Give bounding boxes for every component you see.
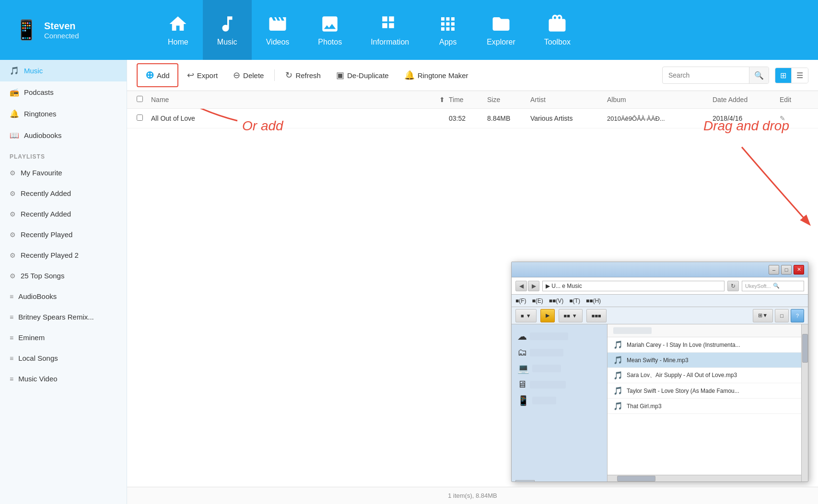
nav-item-home[interactable]: Home xyxy=(153,0,203,60)
export-icon: ↩ xyxy=(187,70,194,80)
videos-icon xyxy=(268,14,288,34)
delete-label: Delete xyxy=(243,71,264,80)
nav-item-music[interactable]: Music xyxy=(203,0,252,60)
fe-play-button[interactable]: ▶ xyxy=(540,309,555,322)
25-top-songs-label: 25 Top Songs xyxy=(21,272,64,280)
fe-menu-h[interactable]: ■■(H) xyxy=(586,298,601,304)
device-info: 📱 Steven Connected xyxy=(0,0,153,60)
sidebar-item-recently-added-2[interactable]: ⚙ Recently Added xyxy=(0,204,127,224)
fe-refresh-button[interactable]: ↻ xyxy=(727,281,739,291)
fe-toolbar-btn-1[interactable]: ■▼ xyxy=(515,309,537,322)
sidebar-item-eminem[interactable]: ≡ Eminem xyxy=(0,327,127,348)
fe-scroll-thumb[interactable] xyxy=(802,334,808,363)
sidebar-item-local-songs[interactable]: ≡ Local Songs xyxy=(0,348,127,368)
fe-help-button[interactable]: ? xyxy=(791,309,804,322)
fe-menu-f[interactable]: ■(F) xyxy=(515,298,526,304)
top-bar: 📱 Steven Connected Home Music Videos Pho… xyxy=(0,0,818,60)
row-check[interactable] xyxy=(137,115,151,122)
music-icon xyxy=(217,14,237,34)
search-button[interactable]: 🔍 xyxy=(749,67,769,83)
status-text: 1 item(s), 8.84MB xyxy=(448,492,497,499)
sidebar-item-podcasts[interactable]: 📻 Podcasts xyxy=(0,81,127,103)
fe-view-btn-1[interactable]: ⊞▼ xyxy=(753,309,773,322)
music-file-icon-1: 🎵 xyxy=(613,340,623,349)
fe-scrollbar[interactable] xyxy=(801,324,808,481)
fe-search-box[interactable]: UkeySoft... 🔍 xyxy=(742,281,804,291)
deduplicate-button[interactable]: ▣ De-Duplicate xyxy=(329,66,396,84)
cloud-icon: ☁ xyxy=(517,331,527,342)
row-checkbox[interactable] xyxy=(137,115,143,121)
refresh-label: Refresh xyxy=(295,71,321,80)
sidebar-item-audiobooks-pl[interactable]: ≡ AudioBooks xyxy=(0,286,127,307)
fe-hscrollbar[interactable] xyxy=(608,475,801,481)
nav-item-toolbox[interactable]: Toolbox xyxy=(530,0,585,60)
header-check[interactable] xyxy=(137,96,151,103)
fe-file-folder-label xyxy=(608,324,801,337)
sidebar-item-recently-played-1[interactable]: ⚙ Recently Played xyxy=(0,224,127,245)
fe-sidebar-item-mobile[interactable]: 📱 xyxy=(514,392,605,409)
fe-sidebar-item-cloud[interactable]: ☁ xyxy=(514,328,605,344)
sidebar-item-music[interactable]: 🎵 Music xyxy=(0,60,127,81)
fe-view-btn-2[interactable]: □ xyxy=(775,309,789,322)
fe-menu-e[interactable]: ■(E) xyxy=(532,298,543,304)
ringtone-button[interactable]: 🔔 Ringtone Maker xyxy=(397,66,475,84)
fe-minimize-button[interactable]: – xyxy=(769,265,779,275)
delete-button[interactable]: ⊖ Delete xyxy=(226,66,270,84)
fe-close-button[interactable]: ✕ xyxy=(794,265,804,275)
grid-view-button[interactable]: ⊞ xyxy=(775,68,792,83)
fe-sidebar-item-computer[interactable]: 💻 xyxy=(514,360,605,377)
music-file-icon-2: 🎵 xyxy=(613,355,623,365)
device-status: Connected xyxy=(44,32,79,40)
row-edit-button[interactable]: ✎ xyxy=(780,115,808,122)
explorer-icon xyxy=(491,14,511,34)
list-icon-5: ≡ xyxy=(10,375,13,383)
book-icon: 📖 xyxy=(10,131,19,140)
fe-menu-v[interactable]: ■■(V) xyxy=(549,298,564,304)
fe-toolbar-btn-2[interactable]: ■■▼ xyxy=(559,309,583,322)
list-view-button[interactable]: ☰ xyxy=(792,68,808,83)
fe-hscroll-thumb[interactable] xyxy=(617,476,655,481)
fe-path[interactable]: ▶ U... e Music xyxy=(542,281,725,291)
fe-sidebar-item-drive[interactable]: 🗂 xyxy=(514,344,605,360)
sidebar-item-recently-added-1[interactable]: ⚙ Recently Added xyxy=(0,183,127,204)
nav-item-videos[interactable]: Videos xyxy=(252,0,304,60)
network-icon: 🖥 xyxy=(517,379,527,390)
fe-file-item-3[interactable]: 🎵 Sara Lov、Air Supply - All Out of Love.… xyxy=(608,368,801,383)
search-input[interactable] xyxy=(663,71,749,79)
mobile-icon: 📱 xyxy=(517,395,529,406)
fe-back-button[interactable]: ◀ xyxy=(515,281,527,291)
fe-toolbar-btn-3[interactable]: ■■■ xyxy=(586,309,607,322)
fe-file-item-1[interactable]: 🎵 Mariah Carey - I Stay In Love (Instrum… xyxy=(608,337,801,353)
sidebar-item-audiobooks[interactable]: 📖 Audiobooks xyxy=(0,125,127,146)
add-button[interactable]: ⊕ Add xyxy=(139,65,176,85)
sidebar-item-ringtones[interactable]: 🔔 Ringtones xyxy=(0,103,127,125)
nav-item-apps[interactable]: Apps xyxy=(423,0,472,60)
sidebar-item-25-top-songs[interactable]: ⚙ 25 Top Songs xyxy=(0,265,127,286)
fe-file-item-2[interactable]: 🎵 Mean Swifty - Mine.mp3 xyxy=(608,353,801,368)
sidebar-item-music-video[interactable]: ≡ Music Video xyxy=(0,368,127,389)
fe-maximize-button[interactable]: □ xyxy=(781,265,792,275)
sidebar-item-my-favourite[interactable]: ⚙ My Favourite xyxy=(0,162,127,183)
fe-file-item-5[interactable]: 🎵 That Girl.mp3 xyxy=(608,399,801,414)
fe-menu-t[interactable]: ■(T) xyxy=(569,298,580,304)
sidebar-item-recently-played-2[interactable]: ⚙ Recently Played 2 xyxy=(0,245,127,265)
table-header: Name ⬆ Time Size Artist Album Date Added… xyxy=(127,91,818,109)
search-box: 🔍 xyxy=(662,67,769,84)
refresh-button[interactable]: ↻ Refresh xyxy=(279,66,327,84)
fe-forward-button[interactable]: ▶ xyxy=(528,281,539,291)
nav-item-information[interactable]: Information xyxy=(356,0,423,60)
drag-arrow-svg xyxy=(732,142,818,238)
fe-file-list: 🎵 Mariah Carey - I Stay In Love (Instrum… xyxy=(608,324,801,481)
select-all-checkbox[interactable] xyxy=(137,96,143,102)
fe-file-item-4[interactable]: 🎵 Taylor Swift - Love Story (As Made Fam… xyxy=(608,383,801,399)
deduplicate-icon: ▣ xyxy=(336,70,344,80)
fe-addressbar: ◀ ▶ ▶ U... e Music ↻ UkeySoft... 🔍 xyxy=(512,277,808,295)
fe-file-name-5: That Girl.mp3 xyxy=(627,403,662,410)
export-button[interactable]: ↩ Export xyxy=(180,66,224,84)
information-icon xyxy=(380,14,400,34)
nav-item-photos[interactable]: Photos xyxy=(304,0,356,60)
sidebar-item-britney[interactable]: ≡ Britney Spears Remix... xyxy=(0,307,127,327)
fe-sidebar-item-network[interactable]: 🖥 xyxy=(514,377,605,392)
nav-item-explorer[interactable]: Explorer xyxy=(472,0,530,60)
my-favourite-label: My Favourite xyxy=(21,169,62,177)
